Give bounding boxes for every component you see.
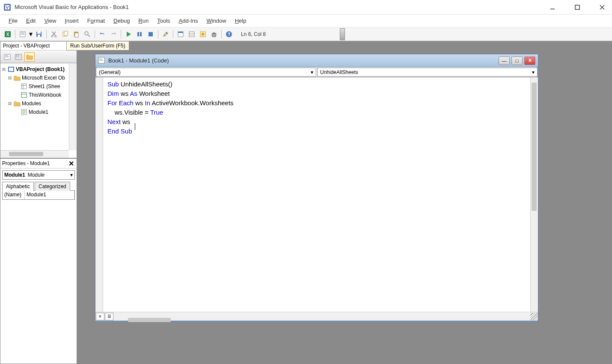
toolbar-separator <box>46 30 47 38</box>
cut-icon[interactable] <box>49 29 59 39</box>
combo-value: UnhideAllSheets <box>320 69 358 75</box>
properties-close-icon[interactable]: ✕ <box>67 160 75 167</box>
code-window-titlebar[interactable]: Book1 - Module1 (Code) — □ ✕ <box>95 54 538 67</box>
properties-window-icon[interactable] <box>187 29 197 39</box>
tree-modules[interactable]: ⊟ Modules <box>7 99 76 108</box>
undo-icon[interactable] <box>97 29 107 39</box>
view-code-icon[interactable] <box>2 52 12 62</box>
resize-grip[interactable] <box>530 313 538 320</box>
toggle-folders-icon[interactable] <box>24 52 35 62</box>
run-icon[interactable] <box>123 29 134 39</box>
svg-rect-44 <box>21 92 27 98</box>
properties-titlebar: Properties - Module1 ✕ <box>0 159 77 169</box>
procedure-combo[interactable]: UnhideAllSheets ▾ <box>317 68 538 77</box>
svg-rect-12 <box>38 35 40 37</box>
code-window-controls: — □ ✕ <box>499 56 535 65</box>
folder-icon <box>13 74 21 81</box>
insert-module-icon[interactable] <box>18 29 28 39</box>
code-editor[interactable]: Sub UnhideAllSheets() Dim ws As Workshee… <box>103 77 530 312</box>
project-hscrollbar[interactable] <box>0 150 69 158</box>
menu-insert[interactable]: Insert <box>61 16 82 26</box>
svg-rect-25 <box>178 32 183 33</box>
expand-icon[interactable]: ⊟ <box>7 101 12 107</box>
scrollbar-thumb[interactable] <box>532 83 537 211</box>
code-bottom-bar: ≡ ☰ <box>95 312 538 320</box>
menu-format[interactable]: Format <box>84 16 108 26</box>
scrollbar-thumb[interactable] <box>128 318 171 322</box>
paste-icon[interactable] <box>71 29 81 39</box>
cursor-position: Ln 6, Col 8 <box>241 31 266 37</box>
close-button[interactable] <box>596 2 609 12</box>
window-controls <box>546 2 609 12</box>
svg-text:?: ? <box>228 32 231 37</box>
menu-window[interactable]: Window <box>203 16 229 26</box>
svg-point-30 <box>202 33 204 36</box>
find-icon[interactable] <box>82 29 92 39</box>
property-name: (Name) <box>3 191 25 199</box>
code-vscrollbar[interactable] <box>530 77 538 312</box>
property-value[interactable]: Module1 <box>25 191 74 199</box>
full-module-view-button[interactable]: ☰ <box>105 313 113 320</box>
minimize-button[interactable] <box>546 2 559 12</box>
scrollbar-thumb[interactable] <box>9 152 43 156</box>
expand-icon[interactable]: ⊟ <box>7 75 12 81</box>
svg-rect-2 <box>575 5 579 9</box>
property-row[interactable]: (Name) Module1 <box>3 191 74 199</box>
view-excel-icon[interactable]: X <box>3 29 13 39</box>
menu-view[interactable]: View <box>41 16 59 26</box>
tree-excel-objects[interactable]: ⊟ Microsoft Excel Ob <box>7 74 76 82</box>
menu-help[interactable]: Help <box>232 16 250 26</box>
code-window: Book1 - Module1 (Code) — □ ✕ (General) ▾… <box>95 54 538 322</box>
tree-thisworkbook[interactable]: ThisWorkbook <box>19 91 76 99</box>
tree-vbaproject[interactable]: ⊟ VBAProject (Book1) <box>1 65 76 74</box>
code-window-title: Book1 - Module1 (Code) <box>108 57 499 64</box>
tab-categorized[interactable]: Categorized <box>35 182 70 191</box>
svg-rect-11 <box>37 32 41 34</box>
reset-icon[interactable] <box>146 29 156 39</box>
procedure-view-button[interactable]: ≡ <box>96 313 104 320</box>
toolbar-overflow[interactable] <box>340 28 345 40</box>
menu-bar: File Edit View Insert Format Debug Run T… <box>0 15 612 27</box>
project-tree: ⊟ VBAProject (Book1) ⊟ Microsoft Excel O… <box>0 63 77 118</box>
insert-dropdown[interactable]: ▾ <box>29 30 33 38</box>
menu-tools[interactable]: Tools <box>154 16 173 26</box>
view-object-icon[interactable] <box>13 52 24 62</box>
design-mode-icon[interactable] <box>160 29 171 39</box>
save-icon[interactable] <box>34 29 44 39</box>
code-window-icon <box>98 57 106 65</box>
maximize-button[interactable] <box>571 2 584 12</box>
menu-debug[interactable]: Debug <box>110 16 133 26</box>
tree-sheet1[interactable]: Sheet1 (Shee <box>19 82 76 91</box>
project-explorer-icon[interactable] <box>175 29 186 39</box>
code-maximize-button[interactable]: □ <box>511 56 523 65</box>
copy-icon[interactable] <box>60 29 70 39</box>
menu-edit[interactable]: Edit <box>23 16 39 26</box>
code-minimize-button[interactable]: — <box>499 56 510 65</box>
code-close-button[interactable]: ✕ <box>524 56 535 65</box>
tab-alphabetic[interactable]: Alphabetic <box>2 182 34 191</box>
code-body: Sub UnhideAllSheets() Dim ws As Workshee… <box>95 77 538 312</box>
object-browser-icon[interactable] <box>198 29 208 39</box>
menu-file[interactable]: File <box>5 16 21 26</box>
project-explorer: Project - VBAProject ⊟ VBAProject (Book1… <box>0 41 77 158</box>
break-icon[interactable] <box>134 29 145 39</box>
redo-icon[interactable] <box>108 29 119 39</box>
run-tooltip: Run Sub/UserForm (F5) <box>66 41 129 50</box>
svg-rect-18 <box>75 33 78 37</box>
project-vscrollbar[interactable] <box>69 64 77 150</box>
tree-label: Microsoft Excel Ob <box>22 75 65 81</box>
dropdown-icon: ▾ <box>311 69 313 75</box>
tree-module1[interactable]: Module1 <box>19 108 76 116</box>
object-combo[interactable]: (General) ▾ <box>96 68 316 77</box>
menu-run[interactable]: Run <box>135 16 152 26</box>
expand-icon[interactable]: ⊟ <box>1 66 6 72</box>
code-margin[interactable] <box>95 77 103 312</box>
properties-object-combo[interactable]: Module1 Module ▾ <box>2 170 75 180</box>
tree-label: VBAProject (Book1) <box>16 66 65 72</box>
toolbox-icon[interactable] <box>209 29 219 39</box>
menu-addins[interactable]: Add-Ins <box>175 16 202 26</box>
project-panel-toolbar <box>0 50 77 63</box>
help-icon[interactable]: ? <box>224 29 234 39</box>
svg-rect-16 <box>64 31 68 36</box>
properties-window: Properties - Module1 ✕ Module1 Module ▾ … <box>0 158 77 364</box>
